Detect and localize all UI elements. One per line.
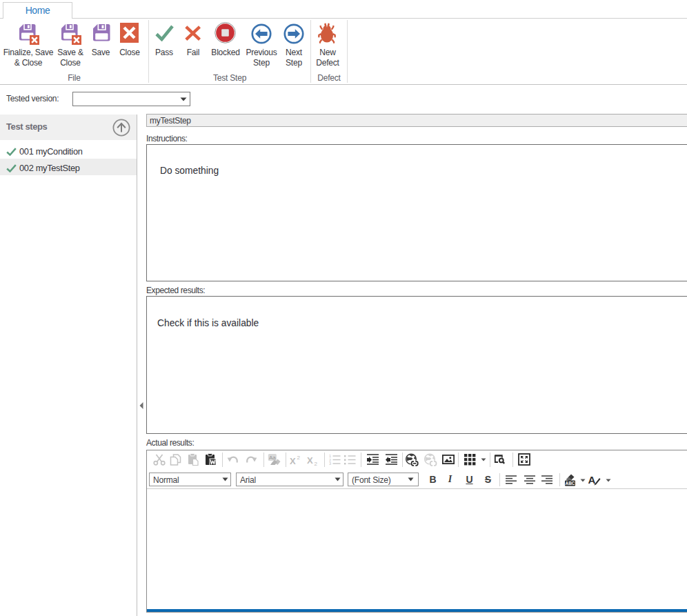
svg-text:3: 3: [329, 461, 331, 465]
svg-text:ABC: ABC: [565, 481, 575, 486]
svg-text:Aa: Aa: [269, 455, 276, 461]
svg-text:2: 2: [315, 461, 318, 466]
svg-text:X: X: [290, 456, 296, 466]
svg-text:2: 2: [297, 455, 301, 461]
svg-text:A: A: [588, 474, 596, 486]
svg-text:X: X: [307, 455, 313, 466]
